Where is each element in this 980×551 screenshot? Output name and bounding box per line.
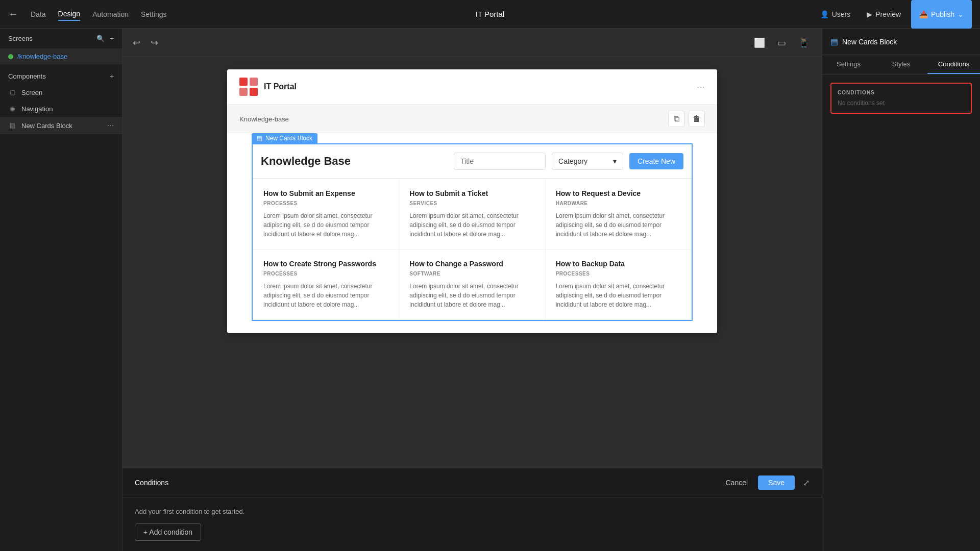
- conditions-panel: Conditions Cancel Save ⤢ Add your first …: [122, 468, 822, 551]
- screen-component-icon: ▢: [8, 88, 16, 96]
- tablet-view-button[interactable]: ▭: [773, 35, 790, 51]
- top-right-actions: 👤 Users ▶ Preview 📤 Publish ⌄: [814, 0, 972, 29]
- cards-block-header: Knowledge Base Category ▾ Create New: [253, 144, 692, 179]
- right-panel-block-icon: ▤: [830, 37, 838, 46]
- app-preview: IT Portal ⋯ Knowledge-base ⧉ 🗑: [227, 69, 717, 333]
- svg-rect-3: [250, 88, 258, 96]
- component-cards-block-label: New Cards Block: [21, 122, 72, 130]
- tab-styles[interactable]: Styles: [875, 55, 927, 74]
- card-title: How to Create Strong Passwords: [263, 260, 388, 268]
- preview-icon: ▶: [867, 10, 872, 18]
- title-search-input[interactable]: [454, 153, 546, 170]
- delete-button[interactable]: 🗑: [689, 111, 705, 127]
- cards-block-icon: ▤: [257, 135, 262, 142]
- preview-button[interactable]: ▶ Preview: [861, 7, 907, 21]
- screens-section-header: Screens 🔍 +: [0, 29, 122, 48]
- components-label: Components: [8, 72, 46, 80]
- expand-button[interactable]: ⤢: [803, 478, 810, 488]
- app-logo: [239, 78, 258, 96]
- create-new-button[interactable]: Create New: [629, 153, 683, 169]
- table-row: How to Submit a Ticket SERVICES Lorem ip…: [399, 179, 545, 249]
- card-description: Lorem ipsum dolor sit amet, consectetur …: [556, 211, 681, 239]
- svg-rect-1: [250, 78, 258, 86]
- publish-button[interactable]: 📤 Publish ⌄: [911, 0, 972, 29]
- card-title: How to Submit a Ticket: [409, 189, 534, 197]
- mobile-view-button[interactable]: 📱: [794, 35, 814, 51]
- tab-settings[interactable]: Settings: [822, 55, 875, 74]
- app-title: IT Portal: [476, 10, 504, 18]
- card-category: HARDWARE: [556, 201, 681, 206]
- chevron-down-icon: ▾: [613, 157, 617, 165]
- cards-block: Knowledge Base Category ▾ Create New: [252, 143, 693, 321]
- undo-button[interactable]: ↩: [131, 35, 142, 51]
- cards-block-component-icon: ▤: [8, 121, 16, 130]
- table-row: How to Request a Device HARDWARE Lorem i…: [546, 179, 691, 249]
- breadcrumb: Knowledge-base: [239, 115, 289, 123]
- users-icon: 👤: [820, 10, 829, 18]
- redo-button[interactable]: ↪: [149, 35, 160, 51]
- right-panel-tabs: Settings Styles Conditions: [822, 55, 980, 74]
- tab-conditions[interactable]: Conditions: [927, 55, 980, 74]
- card-title: How to Backup Data: [556, 260, 681, 268]
- component-more-button[interactable]: ···: [107, 121, 114, 130]
- cards-block-label: ▤ New Cards Block: [252, 133, 317, 143]
- card-title: How to Change a Password: [409, 260, 534, 268]
- add-screen-button[interactable]: +: [110, 35, 114, 42]
- card-category: PROCESSES: [556, 271, 681, 277]
- cards-grid: How to Submit an Expense PROCESSES Lorem…: [253, 179, 692, 320]
- table-row: How to Create Strong Passwords PROCESSES…: [253, 249, 399, 319]
- table-row: How to Change a Password SOFTWARE Lorem …: [399, 249, 545, 319]
- category-label: Category: [558, 157, 587, 165]
- component-item-navigation[interactable]: ◉ Navigation: [0, 101, 122, 117]
- screen-item[interactable]: /knowledge-base: [0, 48, 122, 64]
- back-button[interactable]: ←: [8, 8, 18, 20]
- canvas-scroll: IT Portal ⋯ Knowledge-base ⧉ 🗑: [122, 57, 822, 468]
- right-panel-title: New Cards Block: [842, 38, 897, 46]
- desktop-view-button[interactable]: ⬜: [750, 35, 769, 51]
- svg-rect-2: [239, 88, 248, 96]
- conditions-box-label: CONDITIONS: [838, 90, 965, 95]
- nav-tab-settings[interactable]: Settings: [141, 8, 167, 20]
- left-sidebar: Screens 🔍 + /knowledge-base Components +…: [0, 29, 122, 551]
- screen-status-dot: [8, 54, 13, 59]
- conditions-panel-actions: Cancel Save ⤢: [719, 475, 810, 490]
- components-section-header: Components +: [0, 64, 122, 84]
- users-button[interactable]: 👤 Users: [814, 7, 857, 21]
- category-dropdown[interactable]: Category ▾: [552, 153, 623, 170]
- card-description: Lorem ipsum dolor sit amet, consectetur …: [409, 211, 534, 239]
- component-navigation-label: Navigation: [21, 105, 53, 113]
- search-icon[interactable]: 🔍: [96, 35, 105, 42]
- component-item-screen[interactable]: ▢ Screen: [0, 84, 122, 101]
- main-layout: Screens 🔍 + /knowledge-base Components +…: [0, 29, 980, 551]
- add-component-button[interactable]: +: [110, 72, 114, 80]
- right-panel-header: ▤ New Cards Block: [822, 29, 980, 55]
- conditions-box: CONDITIONS No conditions set: [830, 83, 972, 114]
- card-category: PROCESSES: [263, 271, 388, 277]
- card-title: How to Submit an Expense: [263, 189, 388, 197]
- card-category: SOFTWARE: [409, 271, 534, 277]
- add-condition-button[interactable]: + Add condition: [135, 523, 201, 541]
- nav-tab-design[interactable]: Design: [58, 8, 81, 21]
- right-panel: ▤ New Cards Block Settings Styles Condit…: [822, 29, 980, 551]
- navigation-component-icon: ◉: [8, 105, 16, 113]
- canvas-toolbar: ↩ ↪ ⬜ ▭ 📱: [122, 29, 822, 57]
- cancel-button[interactable]: Cancel: [719, 475, 754, 490]
- copy-button[interactable]: ⧉: [668, 111, 684, 127]
- top-navigation: ← Data Design Automation Settings IT Por…: [0, 0, 980, 29]
- screens-label: Screens: [8, 35, 33, 42]
- conditions-hint: Add your first condition to get started.: [135, 508, 810, 515]
- svg-rect-0: [239, 78, 248, 86]
- save-button[interactable]: Save: [758, 475, 795, 490]
- knowledge-base-title: Knowledge Base: [261, 155, 448, 168]
- nav-tab-automation[interactable]: Automation: [92, 8, 129, 20]
- nav-tab-data[interactable]: Data: [31, 8, 46, 20]
- component-item-new-cards-block[interactable]: ▤ New Cards Block ···: [0, 117, 122, 134]
- breadcrumb-actions: ⧉ 🗑: [668, 111, 705, 127]
- screen-name: /knowledge-base: [17, 53, 67, 60]
- component-screen-label: Screen: [21, 89, 42, 96]
- conditions-panel-body: Add your first condition to get started.…: [122, 497, 822, 551]
- card-description: Lorem ipsum dolor sit amet, consectetur …: [263, 282, 388, 309]
- app-header-menu-button[interactable]: ⋯: [697, 82, 705, 92]
- table-row: How to Backup Data PROCESSES Lorem ipsum…: [546, 249, 691, 319]
- app-name: IT Portal: [264, 82, 297, 91]
